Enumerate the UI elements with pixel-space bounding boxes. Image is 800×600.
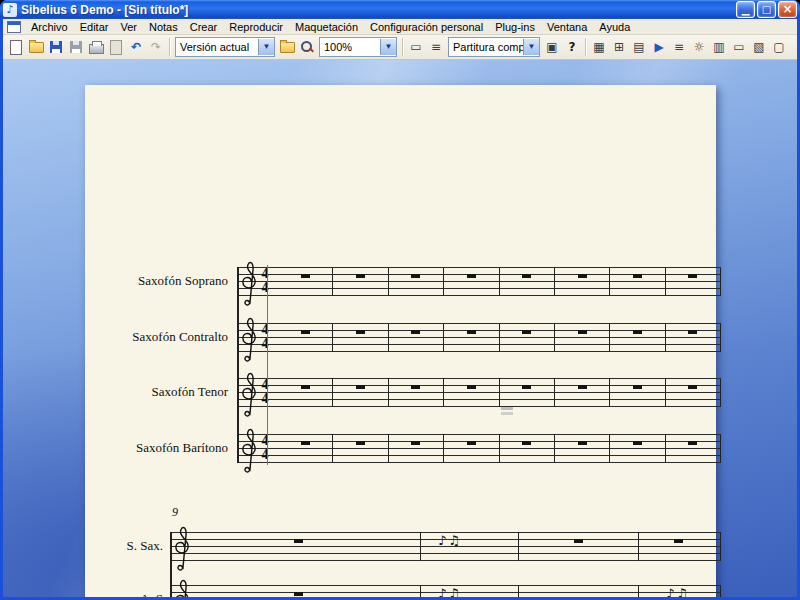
whole-rest[interactable] [688, 330, 697, 334]
whole-rest[interactable] [411, 441, 420, 445]
whole-rest[interactable] [688, 385, 697, 389]
whole-rest[interactable] [411, 385, 420, 389]
chevron-down-icon[interactable]: ▼ [523, 39, 539, 55]
whole-rest[interactable] [578, 274, 587, 278]
whole-rest[interactable] [301, 274, 310, 278]
titlebar[interactable]: ♪ Sibelius 6 Demo - [Sin título*] ▁ □ × [0, 0, 800, 19]
whole-rest[interactable] [688, 441, 697, 445]
whole-rest[interactable] [674, 539, 683, 543]
menu-maquetaci-n[interactable]: Maquetación [289, 20, 364, 34]
time-signature-numerator[interactable]: 4 [258, 378, 272, 392]
treble-clef-icon[interactable] [240, 314, 260, 366]
whole-rest[interactable] [578, 385, 587, 389]
menu-editar[interactable]: Editar [74, 20, 115, 34]
whole-rest[interactable] [522, 274, 531, 278]
keyboard-panel-button[interactable]: ▤ [629, 37, 649, 57]
time-signature-denominator[interactable]: 4 [258, 448, 272, 462]
versions-button[interactable] [277, 37, 297, 57]
whole-rest[interactable] [467, 385, 476, 389]
playback-panel-button[interactable]: ▶ [649, 37, 669, 57]
note-group[interactable]: ♪♫ [666, 586, 690, 597]
transposing-score-button[interactable]: ▣ [542, 37, 562, 57]
whole-rest[interactable] [578, 441, 587, 445]
whole-rest[interactable] [522, 441, 531, 445]
whole-rest[interactable] [356, 274, 365, 278]
score-page[interactable]: 9 Saxofón Soprano44Saxofón Contralto44Sa… [85, 85, 716, 597]
save-version-button[interactable] [66, 37, 86, 57]
document-icon[interactable] [7, 21, 21, 33]
maximize-button[interactable]: □ [757, 1, 776, 18]
menu-crear[interactable]: Crear [184, 20, 224, 34]
panorama-button[interactable]: ▭ [406, 37, 426, 57]
hide-panels-button[interactable]: ▢ [769, 37, 789, 57]
zoom-combo[interactable]: 100% ▼ [319, 37, 397, 57]
help-button[interactable]: ? [562, 37, 582, 57]
menu-plug-ins[interactable]: Plug-ins [489, 20, 541, 34]
time-signature-numerator[interactable]: 4 [258, 267, 272, 281]
menu-configuraci-n-personal[interactable]: Configuración personal [364, 20, 489, 34]
whole-rest[interactable] [633, 385, 642, 389]
menu-archivo[interactable]: Archivo [25, 20, 74, 34]
time-signature-numerator[interactable]: 4 [258, 323, 272, 337]
whole-rest[interactable] [633, 274, 642, 278]
export-button[interactable] [106, 37, 126, 57]
whole-rest[interactable] [301, 441, 310, 445]
redo-button[interactable]: ↷ [146, 37, 166, 57]
print-button[interactable] [86, 37, 106, 57]
chevron-down-icon[interactable]: ▼ [258, 39, 274, 55]
treble-clef-icon[interactable] [173, 523, 193, 575]
whole-rest[interactable] [301, 330, 310, 334]
treble-clef-icon[interactable] [173, 576, 193, 597]
zoom-tool-button[interactable] [297, 37, 317, 57]
view-combo[interactable]: Partitura complet ▼ [448, 37, 540, 57]
whole-rest[interactable] [301, 385, 310, 389]
open-button[interactable] [26, 37, 46, 57]
version-combo[interactable]: Versión actual ▼ [175, 37, 275, 57]
whole-rest[interactable] [411, 330, 420, 334]
time-signature-numerator[interactable]: 4 [258, 434, 272, 448]
menu-ver[interactable]: Ver [114, 20, 143, 34]
new-score-button[interactable] [6, 37, 26, 57]
keypad-panel-button[interactable]: ⊞ [609, 37, 629, 57]
whole-rest[interactable] [411, 274, 420, 278]
menu-ventana[interactable]: Ventana [541, 20, 593, 34]
navigator-panel-button[interactable]: ▦ [589, 37, 609, 57]
ideas-panel-button[interactable]: ☼ [689, 37, 709, 57]
focus-staves-button[interactable]: ≡ [426, 37, 446, 57]
note-group[interactable]: ♪♫ [438, 586, 462, 597]
score-canvas[interactable]: 9 Saxofón Soprano44Saxofón Contralto44Sa… [3, 60, 797, 597]
time-signature-denominator[interactable]: 4 [258, 281, 272, 295]
whole-rest[interactable] [633, 330, 642, 334]
menu-notas[interactable]: Notas [143, 20, 184, 34]
treble-clef-icon[interactable] [240, 425, 260, 477]
treble-clef-icon[interactable] [240, 369, 260, 421]
note-group[interactable]: ♪♫ [438, 533, 462, 548]
time-signature-denominator[interactable]: 4 [258, 392, 272, 406]
menu-reproducir[interactable]: Reproducir [223, 20, 289, 34]
whole-rest[interactable] [467, 441, 476, 445]
whole-rest[interactable] [467, 274, 476, 278]
whole-rest[interactable] [356, 385, 365, 389]
time-signature-denominator[interactable]: 4 [258, 337, 272, 351]
treble-clef-icon[interactable] [240, 258, 260, 310]
minimize-button[interactable]: ▁ [736, 1, 755, 18]
whole-rest[interactable] [356, 441, 365, 445]
undo-button[interactable]: ↶ [126, 37, 146, 57]
video-panel-button[interactable]: ▭ [729, 37, 749, 57]
whole-rest[interactable] [574, 539, 583, 543]
whole-rest[interactable] [522, 330, 531, 334]
chevron-down-icon[interactable]: ▼ [380, 39, 396, 55]
fretboard-panel-button[interactable]: ▥ [709, 37, 729, 57]
whole-rest[interactable] [688, 274, 697, 278]
save-button[interactable] [46, 37, 66, 57]
whole-rest[interactable] [356, 330, 365, 334]
whole-rest[interactable] [578, 330, 587, 334]
whole-rest[interactable] [633, 441, 642, 445]
whole-rest[interactable] [294, 539, 303, 543]
whole-rest[interactable] [467, 330, 476, 334]
properties-panel-button[interactable]: ▧ [749, 37, 769, 57]
menu-ayuda[interactable]: Ayuda [593, 20, 636, 34]
mixer-panel-button[interactable]: ≡ [669, 37, 689, 57]
close-button[interactable]: × [778, 1, 797, 18]
whole-rest[interactable] [522, 385, 531, 389]
